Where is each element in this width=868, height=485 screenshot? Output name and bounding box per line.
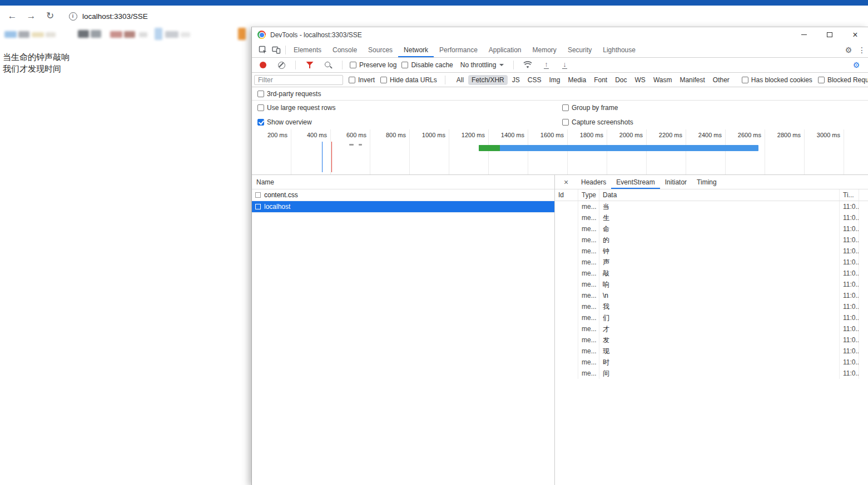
tab-elements[interactable]: Elements (288, 42, 327, 57)
back-icon[interactable]: ← (7, 11, 18, 22)
search-button[interactable] (321, 58, 335, 72)
event-row[interactable]: me...现11:0... (555, 346, 868, 357)
detail-tab-headers[interactable]: Headers (576, 175, 611, 189)
event-row[interactable]: me...生11:0... (555, 212, 868, 223)
address-bar[interactable]: localhost:3303/SSE (63, 8, 153, 24)
preserve-log-checkbox[interactable]: Preserve log (350, 61, 396, 69)
event-row[interactable]: me...\n11:0... (555, 290, 868, 301)
devtools-titlebar[interactable]: DevTools - localhost:3303/SSE × (252, 27, 868, 42)
event-row[interactable]: me...的11:0... (555, 234, 868, 246)
has-blocked-cookies-checkbox[interactable]: Has blocked cookies (742, 76, 812, 84)
record-network-log-button[interactable] (256, 58, 270, 72)
detail-tab-timing[interactable]: Timing (692, 175, 722, 189)
redacted-bookmark[interactable] (165, 31, 178, 38)
redacted-bookmark[interactable] (238, 28, 246, 40)
filter-type-doc[interactable]: Doc (612, 75, 630, 85)
event-column-header[interactable]: Id (555, 189, 578, 201)
request-row[interactable]: content.css (252, 189, 554, 201)
redacted-bookmark[interactable] (18, 31, 29, 38)
network-conditions-icon[interactable] (521, 58, 534, 72)
event-row[interactable]: me...我11:0... (555, 301, 868, 312)
event-row[interactable]: me...时11:0... (555, 357, 868, 368)
event-column-header[interactable]: Data (599, 189, 840, 201)
filter-type-media[interactable]: Media (564, 75, 589, 85)
tab-console[interactable]: Console (327, 42, 363, 57)
redacted-bookmark[interactable] (46, 32, 56, 37)
redacted-bookmark[interactable] (91, 30, 101, 38)
tab-performance[interactable]: Performance (434, 42, 483, 57)
throttling-dropdown[interactable]: No throttling (458, 60, 507, 70)
filter-type-other[interactable]: Other (710, 75, 733, 85)
maximize-button[interactable] (817, 27, 842, 42)
hide-data-urls-checkbox[interactable]: Hide data URLs (380, 76, 437, 84)
filter-type-wasm[interactable]: Wasm (650, 75, 676, 85)
event-time: 11:0... (840, 368, 859, 379)
capture-screenshots-checkbox[interactable]: Capture screenshots (562, 118, 633, 126)
timeline-overview-bar[interactable] (479, 145, 758, 151)
export-har-button[interactable]: ↓ (558, 58, 571, 72)
reload-icon[interactable]: ↻ (44, 11, 56, 22)
minimize-button[interactable] (791, 27, 817, 42)
event-row[interactable]: me...命11:0... (555, 223, 868, 234)
event-row[interactable]: me...钟11:0... (555, 246, 868, 257)
event-row[interactable]: me...发11:0... (555, 334, 868, 346)
disable-cache-checkbox[interactable]: Disable cache (401, 61, 453, 69)
redacted-bookmark[interactable] (32, 32, 44, 37)
settings-gear-icon[interactable]: ⚙ (841, 46, 856, 54)
group-by-frame-checkbox[interactable]: Group by frame (562, 104, 618, 112)
device-toolbar-icon[interactable] (270, 43, 283, 57)
redacted-bookmark[interactable] (124, 31, 135, 38)
url-text[interactable]: localhost:3303/SSE (82, 12, 148, 21)
import-har-button[interactable]: ↑ (539, 58, 553, 72)
event-row[interactable]: me...当11:0... (555, 201, 868, 212)
request-row[interactable]: localhost (252, 201, 554, 213)
filter-type-fetchxhr[interactable]: Fetch/XHR (468, 75, 508, 85)
redacted-bookmark[interactable] (4, 31, 17, 38)
event-row[interactable]: me...们11:0... (555, 312, 868, 323)
network-overview-timeline[interactable]: 200 ms400 ms600 ms800 ms1000 ms1200 ms14… (252, 129, 868, 175)
use-large-request-rows-checkbox[interactable]: Use large request rows (257, 104, 335, 112)
filter-type-css[interactable]: CSS (524, 75, 545, 85)
redacted-bookmark[interactable] (155, 28, 162, 40)
filter-type-img[interactable]: Img (545, 75, 563, 85)
event-row[interactable]: me...敲11:0... (555, 268, 868, 279)
close-details-icon[interactable]: × (561, 178, 572, 187)
blocked-requests-checkbox[interactable]: Blocked Requests (818, 76, 868, 84)
tab-lighthouse[interactable]: Lighthouse (597, 42, 641, 57)
tab-memory[interactable]: Memory (527, 42, 562, 57)
event-column-header[interactable]: Type (578, 189, 599, 201)
clear-network-log-button[interactable] (275, 58, 288, 72)
redacted-bookmark[interactable] (78, 30, 89, 38)
show-overview-checkbox[interactable]: Show overview (257, 118, 312, 126)
event-row[interactable]: me...声11:0... (555, 257, 868, 268)
filter-type-ws[interactable]: WS (632, 75, 649, 85)
detail-tab-eventstream[interactable]: EventStream (611, 175, 659, 189)
redacted-bookmark[interactable] (110, 31, 122, 38)
invert-checkbox[interactable]: Invert (349, 76, 375, 84)
redacted-bookmark[interactable] (181, 32, 190, 37)
event-row[interactable]: me...才11:0... (555, 323, 868, 334)
event-row[interactable]: me...响11:0... (555, 279, 868, 290)
third-party-requests-checkbox[interactable]: 3rd-party requests (257, 90, 321, 98)
tab-application[interactable]: Application (483, 42, 527, 57)
forward-icon[interactable]: → (26, 11, 37, 22)
close-button[interactable]: × (842, 27, 868, 42)
network-settings-gear-icon[interactable]: ⚙ (849, 61, 864, 69)
tab-security[interactable]: Security (562, 42, 597, 57)
tab-network[interactable]: Network (398, 42, 434, 57)
more-options-icon[interactable]: ⋮ (856, 46, 868, 54)
filter-type-all[interactable]: All (453, 75, 467, 85)
redacted-bookmark[interactable] (139, 32, 147, 37)
filter-type-font[interactable]: Font (591, 75, 611, 85)
filter-input[interactable] (254, 75, 343, 85)
detail-tab-initiator[interactable]: Initiator (660, 175, 692, 189)
inspect-element-icon[interactable] (256, 43, 270, 57)
event-row[interactable]: me...间11:0... (555, 368, 868, 379)
requests-name-header[interactable]: Name (252, 175, 554, 189)
site-info-icon[interactable] (69, 12, 77, 21)
filter-toggle-button[interactable] (303, 58, 316, 72)
filter-type-manifest[interactable]: Manifest (676, 75, 708, 85)
tab-sources[interactable]: Sources (363, 42, 398, 57)
event-column-header[interactable]: Ti... (840, 189, 859, 201)
filter-type-js[interactable]: JS (509, 75, 523, 85)
